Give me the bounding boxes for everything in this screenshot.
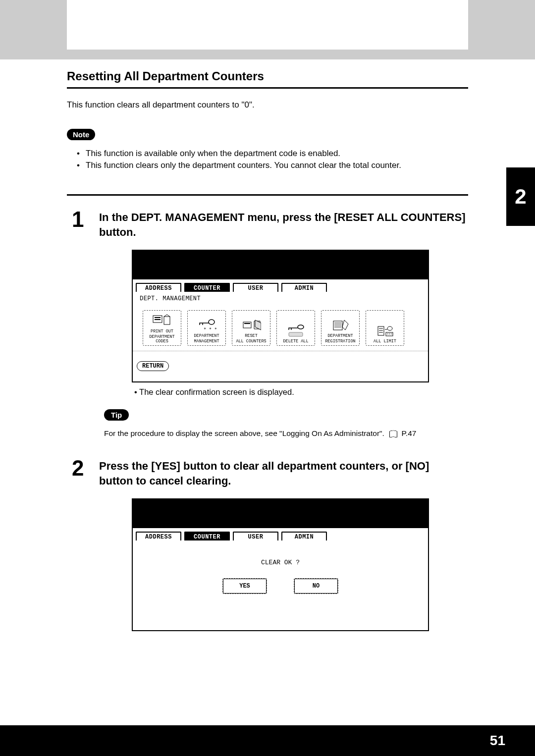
no-button[interactable]: NO xyxy=(294,578,338,594)
all-limit-icon: *** xyxy=(375,324,395,338)
heading-rule xyxy=(67,87,468,89)
svg-rect-9 xyxy=(289,332,303,336)
department-registration-button[interactable]: DEPARTMENT REGISTRATION xyxy=(321,310,360,346)
screen-breadcrumb: DEPT. MANAGEMENT xyxy=(133,293,428,303)
tab-address[interactable]: ADDRESS xyxy=(136,283,181,292)
svg-rect-14 xyxy=(378,326,384,335)
printout-icon xyxy=(152,314,172,328)
step-2-number: 2 xyxy=(72,456,84,481)
note-badge: Note xyxy=(67,129,95,140)
clear-ok-prompt: CLEAR OK ? xyxy=(133,559,428,566)
tip-page-ref: P.47 xyxy=(402,429,417,437)
svg-text:***: *** xyxy=(387,332,392,336)
tab-admin[interactable]: ADMIN xyxy=(281,532,327,540)
delete-all-button[interactable]: DELETE ALL xyxy=(276,310,315,346)
tab-user[interactable]: USER xyxy=(233,283,278,292)
tab-counter[interactable]: COUNTER xyxy=(184,283,230,292)
intro-paragraph: This function clears all department coun… xyxy=(67,100,255,110)
dotted-separator xyxy=(133,351,428,351)
yes-button[interactable]: YES xyxy=(222,578,267,594)
step-1-instruction: In the DEPT. MANAGEMENT menu, press the … xyxy=(99,210,466,239)
return-button[interactable]: RETURN xyxy=(137,361,169,371)
tab-row: ADDRESS COUNTER USER ADMIN xyxy=(133,528,428,542)
tab-row: ADDRESS COUNTER USER ADMIN xyxy=(133,279,428,293)
svg-point-18 xyxy=(387,326,392,330)
page-footer-bar: 51 xyxy=(0,725,535,756)
step-1-result: The clear confirmation screen is display… xyxy=(141,387,294,397)
yes-no-row: YES NO xyxy=(133,578,428,594)
tab-user[interactable]: USER xyxy=(233,532,278,540)
svg-rect-7 xyxy=(244,323,250,324)
tip-badge: Tip xyxy=(104,409,129,421)
screen-black-header xyxy=(133,499,428,528)
reset-all-counters-button[interactable]: RESET ALL COUNTERS xyxy=(232,310,270,346)
book-icon xyxy=(389,431,397,436)
tab-counter[interactable]: COUNTER xyxy=(184,532,230,540)
chapter-tab: 2 xyxy=(506,167,535,226)
step-2-instruction: Press the [YES] button to clear all depa… xyxy=(99,459,466,488)
dept-management-screen: ADDRESS COUNTER USER ADMIN DEPT. MANAGEM… xyxy=(132,250,429,382)
all-limit-button[interactable]: *** ALL LIMIT xyxy=(366,310,404,346)
delete-all-icon xyxy=(286,324,306,338)
print-out-dept-codes-button[interactable]: PRINT OUT DEPARTMENT CODES xyxy=(143,310,181,346)
separator-rule xyxy=(67,194,468,196)
header-gray-band xyxy=(0,0,535,59)
tab-admin[interactable]: ADMIN xyxy=(281,283,327,292)
svg-rect-10 xyxy=(333,321,342,330)
svg-rect-6 xyxy=(243,322,251,328)
svg-point-8 xyxy=(298,325,304,329)
note-list: This function is available only when the… xyxy=(77,149,401,172)
note-item: This function is available only when the… xyxy=(77,149,401,159)
clear-confirmation-screen: ADDRESS COUNTER USER ADMIN CLEAR OK ? YE… xyxy=(132,498,429,631)
svg-point-4 xyxy=(209,320,214,324)
tab-address[interactable]: ADDRESS xyxy=(136,532,181,540)
reset-icon xyxy=(241,318,261,333)
svg-rect-3 xyxy=(164,317,170,324)
screen-black-header xyxy=(133,251,428,279)
department-management-button[interactable]: * * * DEPARTMENT MANAGEMENT xyxy=(187,310,226,346)
step-1-number: 1 xyxy=(72,207,84,232)
svg-rect-1 xyxy=(155,317,160,318)
note-item: This function clears only the department… xyxy=(77,161,401,170)
section-heading: Resetting All Department Counters xyxy=(67,69,264,83)
svg-rect-2 xyxy=(155,319,160,320)
registration-icon xyxy=(330,318,350,333)
key-icon: * * * xyxy=(197,318,216,333)
panel-button-row: PRINT OUT DEPARTMENT CODES * * * DEPARTM… xyxy=(133,303,428,346)
tip-text: For the procedure to display the screen … xyxy=(104,429,416,438)
header-white-cut xyxy=(67,0,468,50)
svg-text:* * *: * * * xyxy=(204,327,216,332)
page-number: 51 xyxy=(490,733,505,749)
